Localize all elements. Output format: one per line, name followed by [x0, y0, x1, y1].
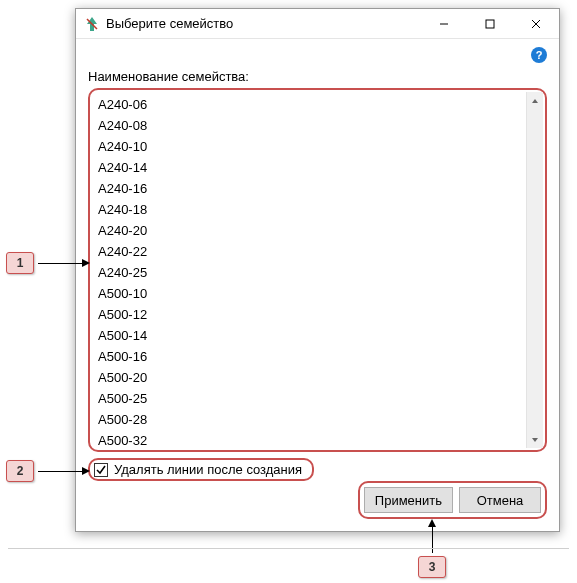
app-icon — [84, 16, 100, 32]
family-listbox[interactable]: A240-06A240-08A240-10A240-14A240-16A240-… — [94, 92, 543, 448]
delete-lines-checkbox[interactable] — [94, 463, 108, 477]
callout-3: 3 — [418, 556, 446, 578]
titlebar: Выберите семейство — [76, 9, 559, 39]
scroll-track[interactable] — [527, 109, 543, 431]
checkbox-label: Удалять линии после создания — [114, 462, 302, 477]
family-list-highlight: A240-06A240-08A240-10A240-14A240-16A240-… — [88, 88, 547, 452]
scrollbar[interactable] — [526, 92, 543, 448]
list-item[interactable]: A500-28 — [96, 409, 543, 430]
maximize-button[interactable] — [467, 9, 513, 39]
scroll-up-button[interactable] — [527, 92, 543, 109]
cancel-button[interactable]: Отмена — [459, 487, 541, 513]
list-item[interactable]: A500-20 — [96, 367, 543, 388]
list-item[interactable]: A240-25 — [96, 262, 543, 283]
checkbox-highlight: Удалять линии после создания — [88, 458, 314, 481]
list-item[interactable]: A240-22 — [96, 241, 543, 262]
window-title: Выберите семейство — [106, 16, 233, 31]
svg-rect-2 — [486, 20, 494, 28]
button-row-highlight: Применить Отмена — [358, 481, 547, 519]
list-item[interactable]: A240-10 — [96, 136, 543, 157]
close-button[interactable] — [513, 9, 559, 39]
list-item[interactable]: A240-06 — [96, 94, 543, 115]
callout-2-arrowhead — [82, 467, 90, 475]
dialog-window: Выберите семейство ? Наименование семейс… — [75, 8, 560, 532]
list-item[interactable]: A240-16 — [96, 178, 543, 199]
list-item[interactable]: A500-10 — [96, 283, 543, 304]
list-item[interactable]: A500-32 — [96, 430, 543, 448]
list-item[interactable]: A240-20 — [96, 220, 543, 241]
list-item[interactable]: A240-08 — [96, 115, 543, 136]
list-item[interactable]: A500-25 — [96, 388, 543, 409]
callout-1-arrow — [38, 263, 82, 264]
help-icon[interactable]: ? — [531, 47, 547, 63]
callout-1-arrowhead — [82, 259, 90, 267]
callout-2-arrow — [38, 471, 82, 472]
page-baseline — [8, 548, 569, 549]
apply-button[interactable]: Применить — [364, 487, 453, 513]
list-item[interactable]: A500-12 — [96, 304, 543, 325]
list-item[interactable]: A240-18 — [96, 199, 543, 220]
minimize-button[interactable] — [421, 9, 467, 39]
list-item[interactable]: A240-14 — [96, 157, 543, 178]
callout-3-arrow — [432, 527, 433, 553]
list-item[interactable]: A500-14 — [96, 325, 543, 346]
client-area: ? Наименование семейства: A240-06A240-08… — [76, 39, 559, 531]
callout-2: 2 — [6, 460, 34, 482]
callout-1: 1 — [6, 252, 34, 274]
scroll-down-button[interactable] — [527, 431, 543, 448]
list-label: Наименование семейства: — [88, 69, 547, 84]
callout-3-arrowhead — [428, 519, 436, 527]
list-item[interactable]: A500-16 — [96, 346, 543, 367]
